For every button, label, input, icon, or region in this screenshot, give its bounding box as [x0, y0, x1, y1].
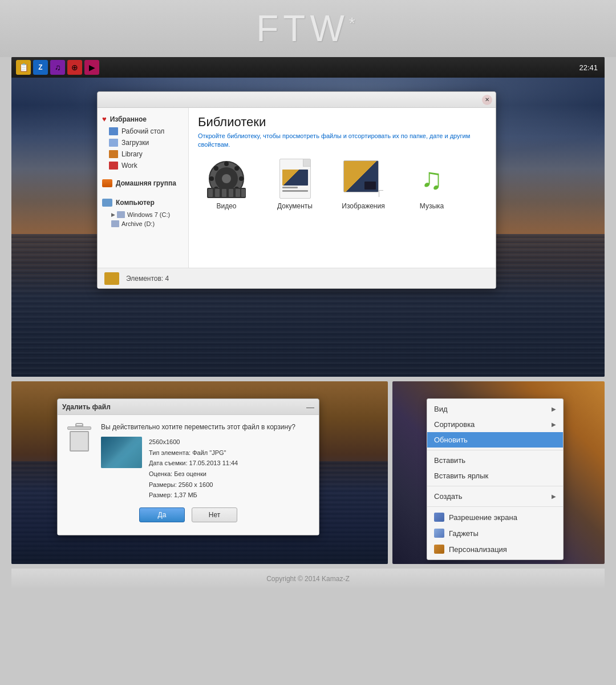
library-icon — [109, 150, 118, 158]
explorer-title: Библиотеки — [198, 115, 487, 130]
dialog-minimize-button[interactable]: — — [306, 402, 314, 412]
gadgets-icon — [434, 529, 444, 538]
computer-icon — [102, 199, 112, 207]
ctx-view-label: Вид — [434, 405, 448, 413]
library-item-images[interactable]: Изображения — [335, 159, 392, 210]
file-size: Размер: 1,37 МБ — [149, 490, 238, 501]
svg-rect-16 — [236, 189, 240, 197]
desktop-screenshot: 📋 Z ♫ ⊕ ▶ 22:41 ✕ — [11, 57, 605, 377]
library-item-video[interactable]: Видео — [198, 159, 255, 210]
svg-point-7 — [214, 166, 218, 171]
ctx-item-gadgets[interactable]: Гаджеты — [427, 525, 563, 541]
taskbar: 📋 Z ♫ ⊕ ▶ 22:41 — [11, 57, 605, 78]
header-asterisk: * — [349, 14, 360, 32]
library-item-documents[interactable]: Документы — [266, 159, 323, 210]
ctx-refresh-label: Обновить — [434, 436, 468, 444]
ctx-item-refresh[interactable]: Обновить — [427, 432, 563, 448]
taskbar-icons: 📋 Z ♫ ⊕ ▶ — [16, 60, 99, 75]
image-icon-wrapper — [343, 160, 383, 197]
svg-rect-17 — [241, 189, 245, 197]
taskbar-notes-icon[interactable]: 📋 — [16, 60, 31, 75]
sidebar-item-work[interactable]: Work — [98, 160, 188, 171]
computer-section: Компьютер ▶ Windows 7 (C:) Archive (D:) — [98, 195, 188, 228]
library-item-music[interactable]: ♫ Музыка — [403, 159, 460, 210]
status-text: Элементов: 4 — [126, 275, 169, 283]
ctx-item-create[interactable]: Создать ▶ — [427, 489, 563, 504]
taskbar-maps-icon[interactable]: ⊕ — [67, 60, 82, 75]
doc-image — [282, 170, 308, 186]
dialog-titlebar: Удалить файл — — [58, 399, 319, 415]
taskbar-media-icon[interactable]: ▶ — [84, 60, 99, 75]
page-wrapper: FTW* 📋 Z ♫ ⊕ ▶ 22:41 ✕ — [0, 0, 616, 589]
ctx-item-sort[interactable]: Сортировка ▶ — [427, 417, 563, 432]
header-title: FTW* — [256, 7, 360, 50]
homegroup-label: Домашняя группа — [116, 179, 176, 187]
svg-point-5 — [209, 176, 214, 181]
downloads-icon — [109, 139, 118, 147]
ctx-item-paste-shortcut[interactable]: Вставить ярлык — [427, 468, 563, 483]
sidebar-library-label: Library — [121, 150, 143, 158]
dialog-body: Вы действительно хотите переместить этот… — [58, 415, 319, 535]
computer-label: Компьютер — [116, 199, 155, 207]
drive-c-label: Windows 7 (C:) — [127, 211, 170, 218]
desktop-icon — [109, 127, 118, 135]
images-lib-icon — [341, 159, 386, 199]
drive-d-label: Archive (D:) — [121, 220, 155, 227]
ctx-item-resolution[interactable]: Разрешение экрана — [427, 509, 563, 525]
file-rating: Оценка: Без оценки — [149, 469, 238, 480]
ctx-resolution-label: Разрешение экрана — [449, 513, 517, 522]
ctx-item-paste[interactable]: Вставить — [427, 453, 563, 468]
ctx-create-arrow: ▶ — [552, 493, 556, 499]
documents-lib-icon — [272, 159, 318, 199]
sidebar-item-library[interactable]: Library — [98, 148, 188, 160]
music-label: Музыка — [420, 202, 444, 210]
sidebar-drive-c[interactable]: ▶ Windows 7 (C:) — [98, 210, 188, 219]
explorer-subtitle: Откройте библиотеку, чтобы просмотреть ф… — [198, 132, 487, 150]
svg-rect-13 — [215, 189, 220, 197]
video-lib-icon — [204, 159, 249, 199]
favorites-header: ♥ Избранное — [98, 112, 188, 126]
trash-body — [70, 431, 89, 452]
status-drive-icon — [104, 272, 119, 285]
svg-point-3 — [224, 162, 229, 166]
ctx-personalize-label: Персонализация — [449, 545, 507, 554]
ctx-item-personalize[interactable]: Персонализация — [427, 541, 563, 557]
sidebar-downloads-label: Загрузки — [121, 139, 149, 147]
work-icon — [109, 162, 118, 170]
window-close-button[interactable]: ✕ — [482, 95, 492, 105]
svg-point-2 — [222, 174, 231, 183]
sidebar-item-desktop[interactable]: Рабочий стол — [98, 126, 188, 137]
music-note-icon: ♫ — [421, 164, 443, 194]
image-curl — [379, 190, 383, 197]
personalize-icon — [434, 545, 444, 554]
taskbar-music-icon[interactable]: ♫ — [50, 60, 65, 75]
bottom-left-screenshot: Удалить файл — Вы действит — [11, 381, 388, 564]
dialog-no-button[interactable]: Нет — [192, 507, 237, 522]
sidebar-item-downloads[interactable]: Загрузки — [98, 137, 188, 148]
sidebar-work-label: Work — [121, 162, 137, 170]
ctx-sort-label: Сортировка — [434, 420, 475, 429]
computer-header: Компьютер — [98, 195, 188, 210]
ctx-item-view[interactable]: Вид ▶ — [427, 401, 563, 417]
dialog-buttons: Да Нет — [67, 501, 310, 527]
doc-line-6 — [282, 187, 298, 188]
image-icon-main — [343, 160, 379, 192]
doc-line-7 — [282, 190, 308, 192]
dialog-content: Вы действительно хотите переместить этот… — [67, 423, 310, 501]
dialog-file-info: 2560x1600 Тип элемента: Файл "JPG" Дата … — [101, 437, 310, 501]
footer: Copyright © 2014 Kamaz-Z — [11, 569, 605, 589]
taskbar-ie-icon[interactable]: Z — [33, 60, 48, 75]
documents-label: Документы — [277, 202, 313, 210]
explorer-sidebar: ♥ Избранное Рабочий стол Загрузки — [98, 108, 189, 268]
sidebar-desktop-label: Рабочий стол — [121, 127, 164, 135]
ctx-separator-2 — [427, 486, 563, 486]
heart-icon: ♥ — [102, 115, 107, 123]
ctx-gadgets-label: Гаджеты — [449, 529, 479, 538]
sidebar-drive-d[interactable]: Archive (D:) — [98, 219, 188, 228]
file-date: Дата съемки: 17.05.2013 11:44 — [149, 458, 238, 469]
explorer-statusbar: Элементов: 4 — [98, 268, 496, 288]
explorer-body: ♥ Избранное Рабочий стол Загрузки — [98, 108, 496, 268]
drive-c-icon — [117, 211, 125, 218]
music-lib-icon: ♫ — [409, 159, 455, 199]
dialog-yes-button[interactable]: Да — [139, 507, 185, 522]
